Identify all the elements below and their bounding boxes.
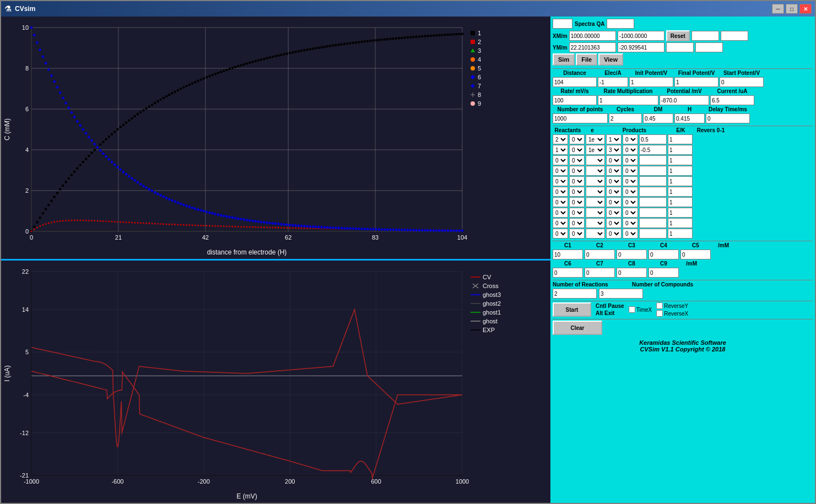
r1-e-sel[interactable]: 1e2e0 <box>586 134 605 144</box>
c2-input[interactable] <box>585 250 615 259</box>
spectra-input-left[interactable] <box>553 19 572 29</box>
r3-e-sel[interactable] <box>586 155 605 165</box>
r10-p1-sel[interactable]: 0 <box>606 229 622 239</box>
ym-extra1[interactable] <box>666 42 694 52</box>
r8-sel1[interactable]: 0 <box>553 208 568 218</box>
r6-e-sel[interactable] <box>586 187 605 197</box>
num-reactions-input[interactable] <box>553 289 597 299</box>
maximize-button[interactable]: □ <box>786 4 798 14</box>
timeX-label[interactable]: TimeX <box>629 306 652 313</box>
r7-rev-input[interactable] <box>668 197 693 207</box>
r5-rev-input[interactable] <box>668 176 693 186</box>
r1-rev-input[interactable] <box>668 134 693 144</box>
c6-input[interactable] <box>553 268 583 278</box>
xm-input1[interactable]: 1000.00000 <box>569 31 616 41</box>
r7-ek-input[interactable] <box>639 197 667 207</box>
r3-p1-sel[interactable]: 0 <box>606 155 622 165</box>
r4-e-sel[interactable] <box>586 166 605 176</box>
r5-ek-input[interactable] <box>639 176 667 186</box>
r5-sel2[interactable]: 0 <box>569 176 585 186</box>
r10-sel2[interactable]: 0 <box>569 229 585 239</box>
r2-e-sel[interactable]: 1e2e0 <box>586 145 605 155</box>
r10-sel1[interactable]: 0 <box>553 229 568 239</box>
r10-rev-input[interactable] <box>668 229 693 239</box>
c8-input[interactable] <box>617 268 647 278</box>
r7-sel1[interactable]: 0 <box>553 197 568 207</box>
r1-sel1[interactable]: 2103 <box>553 134 568 144</box>
close-button[interactable]: ✕ <box>799 4 812 14</box>
r3-ek-input[interactable] <box>639 155 667 165</box>
timeX-checkbox[interactable] <box>629 306 635 313</box>
num-compounds-input[interactable] <box>599 289 643 299</box>
r5-sel1[interactable]: 0 <box>553 176 568 186</box>
reverseX-checkbox[interactable] <box>656 310 663 317</box>
reverseX-label[interactable]: ReverseX <box>656 310 688 317</box>
c5-input[interactable] <box>680 250 711 259</box>
xm-extra1[interactable] <box>691 31 719 41</box>
xm-extra2[interactable] <box>721 31 748 41</box>
r6-sel1[interactable]: 0 <box>553 187 568 197</box>
c1-input[interactable] <box>553 250 583 259</box>
r9-e-sel[interactable] <box>586 218 605 228</box>
tab-view[interactable]: View <box>598 53 623 66</box>
elec-input[interactable] <box>598 77 628 87</box>
r8-ek-input[interactable] <box>639 208 667 218</box>
dm-input[interactable] <box>643 113 673 123</box>
r5-p1-sel[interactable]: 0 <box>606 176 622 186</box>
r2-p2-sel[interactable]: 01 <box>623 145 638 155</box>
tab-sim[interactable]: Sim <box>553 53 575 66</box>
r7-sel2[interactable]: 0 <box>569 197 585 207</box>
cycles-input[interactable] <box>609 113 642 123</box>
spectra-input-right[interactable] <box>607 19 634 29</box>
r3-rev-input[interactable] <box>668 155 693 165</box>
r8-e-sel[interactable] <box>586 208 605 218</box>
r9-p1-sel[interactable]: 0 <box>606 218 622 228</box>
current-ua-input[interactable] <box>710 95 754 105</box>
r1-ek-input[interactable] <box>639 134 667 144</box>
r10-p2-sel[interactable]: 0 <box>623 229 638 239</box>
r6-ek-input[interactable] <box>639 187 667 197</box>
r7-e-sel[interactable] <box>586 197 605 207</box>
h-input[interactable] <box>674 113 705 123</box>
r3-sel2[interactable]: 0 <box>569 155 585 165</box>
r2-ek-input[interactable] <box>639 145 667 155</box>
r1-p2-sel[interactable]: 01 <box>623 134 638 144</box>
r2-sel1[interactable]: 102 <box>553 145 568 155</box>
r9-ek-input[interactable] <box>639 218 667 228</box>
r4-p2-sel[interactable]: 0 <box>623 166 638 176</box>
r7-p1-sel[interactable]: 0 <box>606 197 622 207</box>
r9-sel2[interactable]: 0 <box>569 218 585 228</box>
reset-button[interactable]: Reset <box>666 30 690 41</box>
delay-time-input[interactable] <box>706 113 750 123</box>
r2-rev-input[interactable] <box>668 145 693 155</box>
r6-p2-sel[interactable]: 0 <box>623 187 638 197</box>
r6-p1-sel[interactable]: 0 <box>606 187 622 197</box>
r10-e-sel[interactable] <box>586 229 605 239</box>
r7-p2-sel[interactable]: 0 <box>623 197 638 207</box>
r4-p1-sel[interactable]: 0 <box>606 166 622 176</box>
r1-p1-sel[interactable]: 102 <box>606 134 622 144</box>
r8-p1-sel[interactable]: 0 <box>606 208 622 218</box>
r8-sel2[interactable]: 0 <box>569 208 585 218</box>
r5-e-sel[interactable] <box>586 176 605 186</box>
r4-rev-input[interactable] <box>668 166 693 176</box>
final-pot-input[interactable] <box>674 77 718 87</box>
r9-rev-input[interactable] <box>668 218 693 228</box>
ym-input2[interactable]: -20.929541 <box>618 42 664 52</box>
r2-p1-sel[interactable]: 301 <box>606 145 622 155</box>
start-button[interactable]: Start <box>553 302 591 317</box>
ym-extra2[interactable] <box>695 42 723 52</box>
r9-sel1[interactable]: 0 <box>553 218 568 228</box>
c4-input[interactable] <box>649 250 679 259</box>
start-pot-input[interactable] <box>720 77 764 87</box>
rate-mv-input[interactable] <box>553 95 597 105</box>
xm-input2[interactable]: -1000.0000 <box>618 31 664 41</box>
r4-sel2[interactable]: 0 <box>569 166 585 176</box>
c7-input[interactable] <box>585 268 615 278</box>
r3-sel1[interactable]: 0 <box>553 155 568 165</box>
tab-file[interactable]: File <box>576 53 597 66</box>
clear-button[interactable]: Clear <box>553 321 602 335</box>
r6-sel2[interactable]: 0 <box>569 187 585 197</box>
r10-ek-input[interactable] <box>639 229 667 239</box>
c3-input[interactable] <box>617 250 647 259</box>
